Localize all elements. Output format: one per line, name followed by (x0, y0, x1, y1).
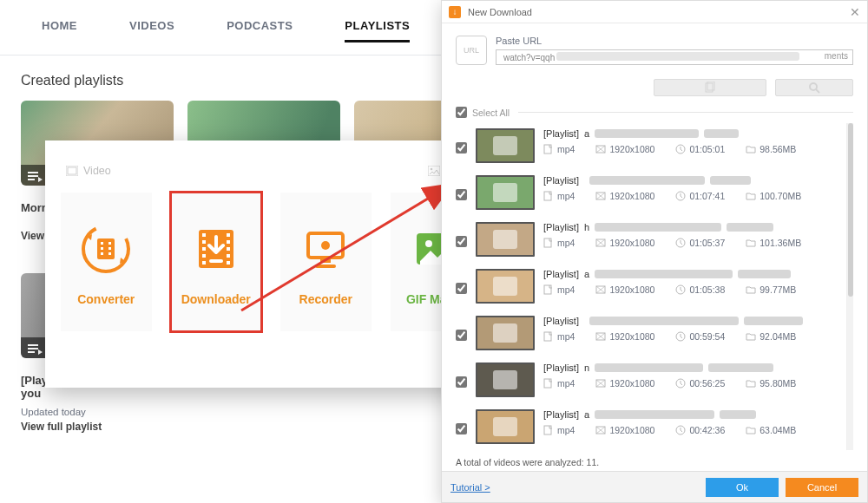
row-checkbox[interactable] (456, 376, 467, 388)
row-main: [Playlist]amp41920x108000:42:3663.04MB (543, 409, 845, 435)
folder-icon (746, 378, 756, 389)
tool-downloader[interactable]: Downloader (171, 193, 262, 331)
video-row: [Playlist]mp41920x108001:07:41100.70MB (456, 170, 845, 217)
image-icon (428, 166, 440, 176)
video-thumbnail[interactable] (476, 363, 535, 397)
svg-rect-11 (108, 252, 111, 255)
video-thumbnail[interactable] (476, 269, 535, 304)
row-title: [Playlist]a (543, 409, 845, 420)
folder-icon (746, 144, 756, 154)
playlist-prefix: [Playlist] (543, 316, 579, 326)
close-icon[interactable]: ✕ (850, 5, 860, 19)
clock-icon (675, 331, 686, 342)
svg-rect-9 (108, 242, 111, 245)
tab-videos[interactable]: VIDEOS (129, 19, 174, 41)
analyzed-count: A total of videos were analyzed: 11. (456, 450, 853, 471)
tools-header: Video Image (61, 165, 481, 193)
svg-rect-2 (428, 166, 440, 176)
tab-playlists[interactable]: PLAYLISTS (345, 19, 410, 41)
row-checkbox[interactable] (456, 283, 467, 294)
row-checkbox[interactable] (456, 142, 467, 154)
duration: 01:05:38 (675, 284, 725, 295)
format-badge: mp4 (543, 144, 575, 154)
resolution: 1920x1080 (595, 238, 654, 248)
tab-home[interactable]: HOME (42, 19, 77, 41)
duration: 00:59:54 (675, 331, 725, 342)
video-row: [Playlist]nmp41920x108000:56:2595.80MB (456, 357, 845, 404)
video-thumbnail[interactable] (476, 222, 535, 257)
format-badge: mp4 (543, 284, 575, 295)
playlist-prefix: [Playlist] (543, 269, 579, 279)
svg-rect-6 (101, 242, 103, 245)
video-thumbnail[interactable] (476, 316, 535, 350)
title-blur (704, 129, 739, 138)
row-title: [Playlist]a (543, 128, 845, 139)
scrollbar-thumb[interactable] (848, 123, 853, 297)
row-meta: mp41920x108001:07:41100.70MB (543, 191, 845, 201)
filesize: 63.04MB (746, 425, 796, 435)
select-all-row: Select All (456, 107, 853, 118)
row-main: [Playlist]amp41920x108001:05:3899.77MB (543, 269, 845, 295)
svg-rect-23 (209, 259, 223, 263)
paste-analyze-button[interactable] (654, 79, 766, 96)
file-icon (543, 284, 554, 295)
clock-icon (675, 378, 686, 389)
video-row: [Playlist]amp41920x108001:05:3899.77MB (456, 264, 845, 310)
svg-rect-50 (544, 379, 551, 388)
row-main: [Playlist]mp41920x108001:07:41100.70MB (543, 175, 845, 201)
tutorial-link[interactable]: Tutorial > (450, 482, 490, 493)
row-checkbox[interactable] (456, 330, 467, 341)
row-main: [Playlist]hmp41920x108001:05:37101.36MB (543, 222, 845, 248)
rule (518, 112, 853, 113)
row-title: [Playlist] (543, 316, 845, 326)
resolution: 1920x1080 (595, 191, 654, 201)
file-icon (543, 191, 554, 201)
title-blur (595, 410, 714, 419)
format-badge: mp4 (543, 331, 575, 342)
tool-label: Recorder (299, 292, 352, 306)
svg-rect-17 (202, 261, 206, 265)
list-wrap: [Playlist]amp41920x108001:05:0198.56MB[P… (456, 123, 853, 450)
row-checkbox[interactable] (456, 423, 467, 434)
title-blur (738, 270, 791, 278)
row-title: [Playlist] (543, 175, 845, 186)
dimension-icon (595, 144, 606, 154)
cancel-button[interactable]: Cancel (786, 478, 858, 497)
title-letter: n (584, 363, 589, 373)
filesize: 99.77MB (746, 284, 796, 295)
folder-icon (746, 238, 756, 248)
svg-rect-20 (227, 247, 230, 251)
row-checkbox[interactable] (456, 189, 467, 200)
ok-button[interactable]: Ok (706, 478, 779, 497)
tool-converter[interactable]: Converter (61, 193, 152, 331)
new-download-modal: ↓ New Download ✕ URL Paste URL ments (441, 0, 868, 503)
tab-podcasts[interactable]: PODCASTS (227, 19, 293, 41)
resolution: 1920x1080 (595, 284, 654, 295)
title-blur (720, 410, 756, 419)
app-icon: ↓ (449, 6, 461, 18)
folder-icon (746, 284, 756, 295)
modal-title: New Download (468, 7, 532, 17)
svg-rect-41 (544, 238, 551, 247)
video-thumbnail[interactable] (476, 175, 535, 210)
title-blur (595, 363, 703, 372)
row-meta: mp41920x108000:56:2595.80MB (543, 378, 845, 389)
svg-rect-8 (101, 252, 103, 255)
video-thumbnail[interactable] (476, 128, 535, 163)
svg-rect-26 (320, 259, 331, 263)
select-all-checkbox[interactable] (456, 107, 467, 118)
row-checkbox[interactable] (456, 236, 467, 247)
row-title: [Playlist]n (543, 363, 845, 373)
svg-rect-44 (544, 285, 551, 294)
title-blur (710, 176, 751, 185)
tool-recorder[interactable]: Recorder (280, 193, 372, 331)
row-meta: mp41920x108001:05:3899.77MB (543, 284, 845, 295)
title-blur (595, 223, 721, 232)
clock-icon (675, 425, 686, 435)
scrollbar[interactable] (846, 123, 853, 450)
video-thumbnail[interactable] (476, 409, 535, 444)
duration: 01:07:41 (675, 191, 725, 201)
title-blur (589, 176, 705, 185)
search-button[interactable] (775, 79, 853, 96)
select-all-label: Select All (472, 108, 510, 118)
